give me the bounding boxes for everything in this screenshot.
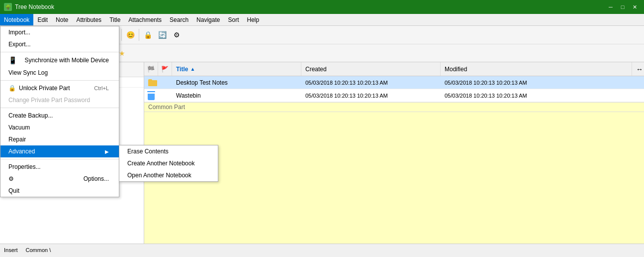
minimize-button[interactable]: ─ [605,2,616,11]
menu-navigate[interactable]: Navigate [192,14,224,25]
col-extra: ↔ [632,62,644,76]
menu-bar: Notebook Edit Note Attributes Title Atta… [0,14,644,26]
menu-attributes[interactable]: Attributes [72,14,105,25]
menu-item-erase-contents[interactable]: Erase Contents [119,145,218,157]
menu-item-options[interactable]: ⚙Options... [0,173,119,185]
row1-icon [144,76,158,89]
menu-item-import[interactable]: Import... [0,26,119,38]
menu-item-unlock[interactable]: 🔒Unlock Private Part Ctrl+L [0,82,119,94]
col-title[interactable]: Title ▲ [172,62,301,76]
title-bar: 🌳 Tree Notebook ─ □ ✕ [0,0,644,14]
menu-item-create-backup[interactable]: Create Backup... [0,110,119,122]
toolbar-emoji-btn[interactable]: 😊 [123,28,137,42]
menu-item-view-sync-log[interactable]: View Sync Log [0,67,119,79]
col-created[interactable]: Created [301,62,441,76]
toolbar-settings-btn[interactable]: ⚙ [170,28,184,42]
row1-flag [158,76,172,89]
advanced-submenu: Erase Contents Create Another Notebook O… [119,145,218,182]
col-flag: 🚩 [158,62,172,76]
toolbar-refresh-btn[interactable]: 🔄 [155,28,169,42]
menu-item-export[interactable]: Export... [0,38,119,50]
sort-arrow-icon: ▲ [190,66,195,72]
menu-item-repair[interactable]: Repair [0,133,119,145]
status-path: Common \ [26,247,51,253]
table-header: 🏁 🚩 Title ▲ Created Modified ↔ [144,62,644,76]
menu-sort[interactable]: Sort [224,14,243,25]
menu-item-vacuum[interactable]: Vacuum [0,122,119,133]
close-button[interactable]: ✕ [629,2,640,11]
menu-item-properties[interactable]: Properties... [0,161,119,173]
menu-item-open-another-notebook[interactable]: Open Another Notebook [119,169,218,181]
common-part-content[interactable] [144,112,644,244]
table-row[interactable]: Wastebin 05/03/2018 10:20:13 10:20:13 AM… [144,89,644,102]
menu-item-create-another-notebook[interactable]: Create Another Notebook [119,157,218,169]
col-title-label: Title [176,66,188,73]
menu-item-quit[interactable]: Quit [0,185,119,197]
status-bar: Insert Common \ [0,244,644,256]
maximize-button[interactable]: □ [617,2,628,11]
menu-help[interactable]: Help [243,14,263,25]
toolbar-lock-btn[interactable]: 🔒 [141,28,155,42]
notebook-dropdown: Import... Export... 📱Synchronize with Mo… [0,26,119,197]
col-modified[interactable]: Modified [441,62,632,76]
right-panel: 🏁 🚩 Title ▲ Created Modified ↔ Desktop T… [144,62,644,244]
menu-item-change-password: Change Private Part Password [0,94,119,106]
row2-created: 05/03/2018 10:20:13 10:20:13 AM [301,89,441,102]
menu-search[interactable]: Search [166,14,192,25]
app-icon: 🌳 [4,3,12,11]
col-icon: 🏁 [144,62,158,76]
window-controls: ─ □ ✕ [605,2,640,11]
status-mode: Insert [4,247,18,253]
row1-modified: 05/03/2018 10:20:13 10:20:13 AM [441,76,644,89]
row2-title: Wastebin [172,89,301,102]
app-title: Tree Notebook [15,3,54,10]
row2-modified: 05/03/2018 10:20:13 10:20:13 AM [441,89,644,102]
table-row[interactable]: Desktop Test Notes 05/03/2018 10:20:13 1… [144,76,644,89]
common-part-header: Common Part [144,102,644,112]
menu-item-advanced[interactable]: Advanced ▶ [0,145,119,157]
folder-icon [148,79,154,86]
wastebin-icon [147,91,155,100]
menu-item-sync[interactable]: 📱Synchronize with Mobile Device [0,54,119,67]
row1-title: Desktop Test Notes [172,76,301,89]
row2-flag [158,89,172,102]
row2-icon [144,89,158,102]
menu-edit[interactable]: Edit [33,14,52,25]
menu-attachments[interactable]: Attachments [124,14,166,25]
menu-note[interactable]: Note [52,14,72,25]
row1-created: 05/03/2018 10:20:13 10:20:13 AM [301,76,441,89]
menu-title[interactable]: Title [105,14,124,25]
menu-notebook[interactable]: Notebook [0,14,33,25]
